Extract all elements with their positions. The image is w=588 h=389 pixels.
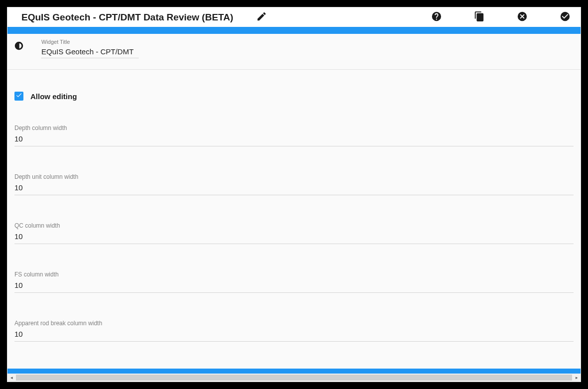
check-icon (15, 92, 22, 101)
widget-title-input[interactable] (41, 45, 139, 58)
field-label: Apparent rod break column width (14, 320, 574, 327)
field-depth-unit-column-width: Depth unit column width (14, 173, 574, 195)
copy-icon (474, 11, 485, 24)
copy-button[interactable] (473, 11, 486, 24)
widget-title-label: Widget Title (41, 38, 139, 45)
close-circle-icon (517, 11, 528, 24)
apparent-rod-break-column-width-input[interactable] (14, 329, 574, 342)
scroll-left-arrow[interactable]: ◂ (7, 374, 15, 382)
depth-column-width-input[interactable] (14, 133, 574, 146)
contrast-icon (14, 43, 23, 52)
scroll-track[interactable] (16, 375, 572, 381)
settings-panel: Allow editing Depth column width Depth u… (7, 70, 581, 369)
save-button[interactable] (559, 11, 572, 24)
cancel-button[interactable] (516, 11, 529, 24)
fs-column-width-input[interactable] (14, 280, 574, 293)
content-scroll-area[interactable]: Widget Title Allow editing Depth column … (7, 34, 581, 369)
field-apparent-rod-break-column-width: Apparent rod break column width (14, 320, 574, 342)
field-fs-column-width: FS column width (14, 271, 574, 293)
horizontal-scrollbar[interactable]: ◂ ▸ (7, 374, 581, 382)
help-button[interactable] (430, 11, 443, 24)
field-label: Depth column width (14, 125, 574, 131)
accent-strip-top (7, 27, 581, 34)
accent-strip-bottom (7, 369, 581, 374)
field-qc-column-width: QC column width (14, 222, 574, 244)
edit-title-button[interactable] (255, 11, 268, 24)
widget-title-section: Widget Title (7, 34, 581, 70)
depth-unit-column-width-input[interactable] (14, 182, 574, 195)
widget-editor-window: EQuIS Geotech - CPT/DMT Data Review (BET… (7, 7, 581, 382)
pencil-icon (256, 11, 267, 24)
qc-column-width-input[interactable] (14, 231, 574, 244)
allow-editing-checkbox[interactable] (14, 92, 23, 101)
scroll-right-arrow[interactable]: ▸ (573, 374, 581, 382)
field-label: FS column width (14, 271, 574, 278)
header-bar: EQuIS Geotech - CPT/DMT Data Review (BET… (7, 7, 581, 27)
allow-editing-label: Allow editing (30, 92, 77, 101)
check-circle-icon (560, 11, 571, 24)
field-label: QC column width (14, 222, 574, 229)
field-label: Depth unit column width (14, 173, 574, 180)
field-depth-column-width: Depth column width (14, 125, 574, 146)
page-title: EQuIS Geotech - CPT/DMT Data Review (BET… (21, 12, 233, 23)
help-icon (431, 11, 442, 24)
theme-toggle-button[interactable] (14, 41, 26, 53)
